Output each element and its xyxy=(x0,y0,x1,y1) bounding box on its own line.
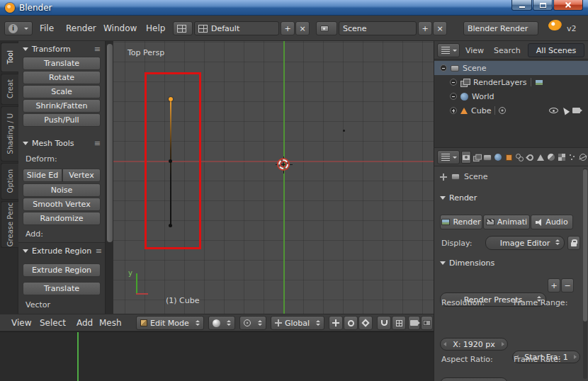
editor-type-button[interactable]: i xyxy=(4,21,33,35)
smooth-vertex-button[interactable]: Smooth Vertex xyxy=(23,198,101,211)
snap-element-button[interactable] xyxy=(392,316,406,330)
tab-tools[interactable]: Tool xyxy=(1,42,18,72)
outliner-row-cube[interactable]: Cube xyxy=(434,103,588,118)
menu-help[interactable]: Help xyxy=(146,23,165,33)
timeline-playhead[interactable] xyxy=(77,332,79,381)
menu-render[interactable]: Render xyxy=(66,23,96,33)
tab-texture-icon[interactable] xyxy=(557,151,567,164)
tab-material-icon[interactable] xyxy=(546,151,556,164)
tab-scene-icon[interactable] xyxy=(482,151,492,164)
menu-mesh[interactable]: Mesh xyxy=(99,318,122,328)
minimize-button[interactable] xyxy=(511,0,532,11)
remove-preset-button[interactable]: − xyxy=(561,278,574,292)
outliner-row-renderlayers[interactable]: RenderLayers xyxy=(434,75,588,89)
render-engine-dropdown[interactable]: Blender Render xyxy=(463,21,538,35)
scene-name-field[interactable]: Scene xyxy=(339,21,417,35)
menu-add[interactable]: Add xyxy=(77,318,93,328)
outliner-row-world[interactable]: World xyxy=(434,89,588,103)
display-dropdown[interactable]: Image Editor xyxy=(485,236,565,250)
timeline-editor[interactable] xyxy=(0,331,434,381)
tab-render-layers-icon[interactable] xyxy=(472,151,482,164)
screen-layout-field[interactable]: Default xyxy=(194,21,279,35)
tab-physics-icon[interactable] xyxy=(578,151,588,164)
pivot-dropdown[interactable] xyxy=(239,316,266,330)
menu-select[interactable]: Select xyxy=(40,318,66,328)
viewport-3d-canvas[interactable]: Top Persp y (1) Cube xyxy=(113,41,434,314)
extrude-region-button[interactable]: Extrude Region xyxy=(23,263,101,277)
maximize-button[interactable] xyxy=(533,0,553,11)
tab-modifiers-icon[interactable] xyxy=(525,151,535,164)
resolution-y-field[interactable]: Y: 1080 px xyxy=(440,377,508,381)
tab-object-icon[interactable] xyxy=(504,151,514,164)
panel-header-dimensions[interactable]: Dimensions xyxy=(440,258,582,268)
noise-button[interactable]: Noise xyxy=(23,183,101,197)
randomize-button[interactable]: Randomize xyxy=(23,212,101,225)
properties-editor-type-button[interactable] xyxy=(437,150,460,164)
tab-create[interactable]: Creat xyxy=(1,74,18,105)
tool-shelf: Transform ≡ Translate Rotate Scale Shrin… xyxy=(18,41,105,314)
tab-particles-icon[interactable] xyxy=(567,151,577,164)
titlebar[interactable]: Blender xyxy=(0,0,588,16)
rotate-button[interactable]: Rotate xyxy=(23,71,101,84)
shading-dropdown[interactable] xyxy=(208,316,235,330)
delete-scene-button[interactable]: × xyxy=(433,21,447,35)
render-animation-button[interactable]: Animati xyxy=(483,215,530,229)
tab-data-icon[interactable] xyxy=(536,151,545,164)
vertex-slide-button[interactable]: Vertex xyxy=(62,169,101,182)
panel-header-mesh-tools[interactable]: Mesh Tools ≡ xyxy=(23,139,101,148)
slide-edge-button[interactable]: Slide Ed xyxy=(23,169,62,182)
extrude-translate-button[interactable]: Translate xyxy=(23,282,101,295)
outliner-search-menu[interactable]: Search xyxy=(494,46,521,55)
toolshelf-scrollbar[interactable] xyxy=(105,41,113,314)
manipulator-translate-button[interactable] xyxy=(329,316,343,330)
panel-header-extrude[interactable]: Extrude Region and ≡ xyxy=(23,246,102,256)
tab-world-icon[interactable] xyxy=(493,151,503,164)
manipulator-rotate-button[interactable] xyxy=(344,316,358,330)
delete-layout-button[interactable]: × xyxy=(295,21,310,35)
scrollbar-thumb[interactable] xyxy=(107,44,113,242)
menu-file[interactable]: File xyxy=(40,23,54,33)
properties-scrollbar[interactable] xyxy=(583,168,587,379)
render-opengl-button[interactable] xyxy=(408,316,420,330)
expand-toggle-icon[interactable] xyxy=(440,64,447,72)
scene-browse-button[interactable] xyxy=(316,21,337,35)
renderability-camera-icon[interactable] xyxy=(572,108,580,113)
expand-toggle-icon[interactable] xyxy=(450,79,457,86)
snap-toggle-button[interactable] xyxy=(377,316,391,330)
tab-constraints-icon[interactable] xyxy=(514,151,524,164)
manipulator-scale-button[interactable] xyxy=(358,316,373,330)
outliner-filter-dropdown[interactable]: All Scenes xyxy=(528,43,584,57)
push-pull-button[interactable]: Push/Pull xyxy=(23,113,101,127)
close-button[interactable] xyxy=(553,0,583,11)
resolution-x-field[interactable]: X: 1920 px xyxy=(440,338,508,351)
outliner-editor-type-button[interactable] xyxy=(437,43,460,57)
menu-view[interactable]: View xyxy=(11,318,31,328)
tab-options[interactable]: Option xyxy=(1,163,18,200)
mode-dropdown[interactable]: Edit Mode xyxy=(136,316,204,330)
add-preset-button[interactable]: + xyxy=(548,278,560,292)
tab-shading-uv[interactable]: Shading / U xyxy=(1,106,18,161)
panel-header-transform[interactable]: Transform ≡ xyxy=(23,45,101,54)
visibility-eye-icon[interactable] xyxy=(549,108,558,113)
tab-render-icon[interactable] xyxy=(461,151,471,164)
expand-toggle-icon[interactable] xyxy=(450,107,457,114)
selectability-cursor-icon[interactable] xyxy=(561,106,570,115)
menu-window[interactable]: Window xyxy=(103,23,137,33)
shrink-fatten-button[interactable]: Shrink/Fatten xyxy=(23,99,101,113)
render-audio-button[interactable]: Audio xyxy=(531,215,573,229)
scale-button[interactable]: Scale xyxy=(23,85,101,98)
translate-button[interactable]: Translate xyxy=(23,57,101,70)
tab-grease-pencil[interactable]: Grease Penc xyxy=(1,201,18,248)
screen-layout-icon-button[interactable] xyxy=(173,21,193,35)
lock-interface-button[interactable] xyxy=(567,236,580,250)
scrollbar-thumb[interactable] xyxy=(583,169,587,322)
render-opengl-anim-button[interactable] xyxy=(421,316,433,330)
add-layout-button[interactable]: + xyxy=(281,21,295,35)
expand-toggle-icon[interactable] xyxy=(450,93,457,100)
outliner-row-scene[interactable]: Scene xyxy=(434,61,588,75)
panel-header-render[interactable]: Render xyxy=(440,193,582,203)
render-still-button[interactable]: Render xyxy=(440,215,482,229)
outliner-view-menu[interactable]: View xyxy=(465,46,484,55)
add-scene-button[interactable]: + xyxy=(418,21,432,35)
orientation-dropdown[interactable]: Global xyxy=(271,316,324,330)
